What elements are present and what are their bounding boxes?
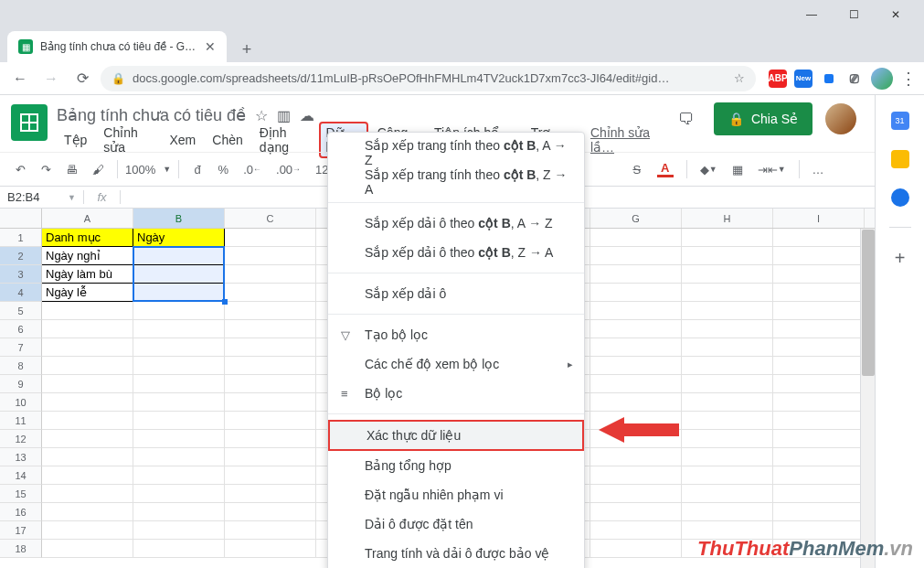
comments-button[interactable]: 🗨 xyxy=(672,104,701,134)
menu-slicer[interactable]: Bộ lọc xyxy=(328,379,584,408)
extension-abp-icon[interactable]: ABP xyxy=(769,70,787,88)
row-header[interactable]: 1 xyxy=(0,229,42,247)
cell[interactable] xyxy=(773,320,865,338)
row-header[interactable]: 14 xyxy=(0,466,42,485)
cell[interactable] xyxy=(42,466,133,485)
redo-button[interactable]: ↷ xyxy=(35,159,57,180)
menu-sort-sheet-za[interactable]: Sắp xếp trang tính theo cột B, Z → A xyxy=(328,167,584,197)
nav-forward-button[interactable]: → xyxy=(38,66,64,91)
cell[interactable] xyxy=(42,430,133,448)
cell[interactable] xyxy=(42,338,133,357)
profile-avatar[interactable] xyxy=(871,68,893,90)
vertical-scrollbar[interactable] xyxy=(860,229,875,568)
format-percent-button[interactable]: % xyxy=(212,159,234,180)
extension-cast-icon[interactable]: ⎚ xyxy=(845,70,864,88)
calendar-addon-icon[interactable] xyxy=(891,112,909,130)
cell[interactable] xyxy=(133,412,225,430)
cell[interactable] xyxy=(590,302,682,320)
cell[interactable] xyxy=(225,247,316,265)
cell[interactable] xyxy=(682,393,773,412)
star-icon[interactable]: ☆ xyxy=(734,71,745,85)
cell[interactable] xyxy=(133,357,225,375)
cell[interactable] xyxy=(773,338,865,357)
cell[interactable] xyxy=(225,448,316,466)
cell[interactable] xyxy=(225,540,316,558)
cell[interactable] xyxy=(682,375,773,393)
cell[interactable] xyxy=(133,320,225,338)
row-header[interactable]: 12 xyxy=(0,430,42,448)
cell[interactable] xyxy=(682,448,773,466)
more-toolbar-button[interactable]: … xyxy=(807,159,830,180)
cell[interactable] xyxy=(773,466,865,485)
cell[interactable] xyxy=(133,338,225,357)
extension-new-icon[interactable]: New xyxy=(794,70,812,88)
cell[interactable]: Danh mục xyxy=(42,229,133,247)
cell[interactable] xyxy=(682,302,773,320)
column-header[interactable]: H xyxy=(682,209,773,228)
account-avatar[interactable] xyxy=(825,103,856,134)
cell[interactable] xyxy=(42,302,133,320)
window-minimize-button[interactable]: — xyxy=(791,0,833,29)
menu-pivot-table[interactable]: Bảng tổng hợp xyxy=(328,451,584,480)
cell[interactable] xyxy=(682,320,773,338)
menu-filter-views[interactable]: Các chế độ xem bộ lọc xyxy=(328,349,584,379)
cell[interactable] xyxy=(773,302,865,320)
row-header[interactable]: 9 xyxy=(0,375,42,393)
row-header[interactable]: 4 xyxy=(0,284,42,302)
cell[interactable] xyxy=(590,485,682,503)
zoom-select[interactable]: 100%▼ xyxy=(125,163,171,177)
text-color-button[interactable]: A xyxy=(652,157,679,181)
menu-sort-sheet-az[interactable]: Sắp xếp trang tính theo cột B, A → Z xyxy=(328,138,584,167)
increase-decimal-button[interactable]: .00→ xyxy=(271,159,306,180)
cell[interactable] xyxy=(590,503,682,521)
cell[interactable] xyxy=(682,485,773,503)
row-header[interactable]: 18 xyxy=(0,540,42,558)
cell[interactable] xyxy=(42,485,133,503)
column-header[interactable]: C xyxy=(225,209,316,228)
cell[interactable] xyxy=(42,393,133,412)
cell[interactable] xyxy=(773,485,865,503)
nav-reload-button[interactable]: ⟳ xyxy=(69,66,95,91)
cell[interactable] xyxy=(590,521,682,540)
cell[interactable] xyxy=(590,284,682,302)
cell[interactable] xyxy=(225,302,316,320)
row-header[interactable]: 17 xyxy=(0,521,42,540)
cell[interactable] xyxy=(590,357,682,375)
cell[interactable] xyxy=(773,229,865,247)
selection-handle[interactable] xyxy=(222,299,228,305)
cell[interactable] xyxy=(682,229,773,247)
cell[interactable] xyxy=(133,375,225,393)
row-header[interactable]: 5 xyxy=(0,302,42,320)
new-tab-button[interactable]: + xyxy=(234,37,260,62)
cell[interactable] xyxy=(773,448,865,466)
cell[interactable] xyxy=(590,375,682,393)
fill-color-button[interactable]: ◆▼ xyxy=(695,159,723,180)
row-header[interactable]: 10 xyxy=(0,393,42,412)
strikethrough-button[interactable]: S xyxy=(626,159,648,180)
cell[interactable] xyxy=(773,430,865,448)
nav-back-button[interactable]: ← xyxy=(7,66,33,91)
cell[interactable] xyxy=(133,503,225,521)
cell[interactable] xyxy=(773,393,865,412)
row-header[interactable]: 11 xyxy=(0,412,42,430)
cell[interactable] xyxy=(133,284,225,302)
cell[interactable] xyxy=(682,247,773,265)
cell[interactable] xyxy=(773,247,865,265)
keep-addon-icon[interactable] xyxy=(891,150,909,168)
format-currency-button[interactable]: đ xyxy=(186,159,208,180)
name-box[interactable]: B2:B4▼ xyxy=(0,190,84,204)
cell[interactable] xyxy=(133,247,225,265)
menu-view[interactable]: Xem xyxy=(162,129,203,151)
cell[interactable] xyxy=(682,430,773,448)
cell[interactable] xyxy=(682,284,773,302)
merge-cells-button[interactable]: ⇥⇤▼ xyxy=(752,159,791,180)
column-header[interactable]: B xyxy=(133,209,225,228)
cell[interactable] xyxy=(225,393,316,412)
cell[interactable] xyxy=(133,302,225,320)
cell[interactable] xyxy=(225,265,316,284)
menu-named-ranges[interactable]: Dải ô được đặt tên xyxy=(328,509,584,539)
cell[interactable] xyxy=(42,521,133,540)
cell[interactable] xyxy=(133,448,225,466)
browser-menu-button[interactable]: ⋮ xyxy=(900,69,917,89)
cell[interactable] xyxy=(773,357,865,375)
